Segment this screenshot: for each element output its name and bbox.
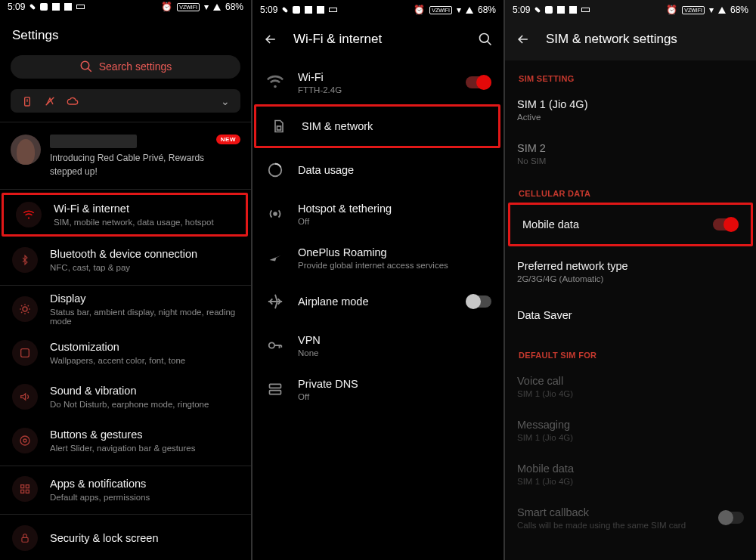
svg-rect-11 (26, 485, 29, 488)
row-title: SIM & network (302, 119, 486, 134)
row-sim1[interactable]: SIM 1 (Jio 4G) Active (505, 88, 756, 131)
wifi-icon (16, 202, 42, 227)
row-wifi[interactable]: Wi-Fi FTTH-2.4G (253, 60, 503, 104)
row-sub: NFC, cast, tap & pay (50, 263, 239, 272)
row-sub: FTTH-2.4G (298, 85, 454, 94)
settings-item-customization[interactable]: Customization Wallpapers, accent color, … (0, 331, 251, 375)
section-sim-setting: SIM SETTING (505, 60, 756, 88)
svg-point-9 (20, 436, 29, 445)
search-icon (79, 60, 93, 73)
svg-line-16 (488, 42, 491, 45)
svg-rect-22 (270, 391, 281, 394)
roaming-icon (265, 247, 286, 268)
vzwifi-badge: VZWIFI (177, 3, 200, 11)
search-placeholder: Search settings (99, 60, 172, 73)
svg-rect-10 (21, 485, 24, 488)
row-data-usage[interactable]: Data usage (253, 148, 503, 192)
settings-item-buttons[interactable]: Buttons & gestures Alert Slider, navigat… (0, 419, 251, 463)
row-private-dns[interactable]: Private DNS Off (253, 367, 503, 411)
svg-point-19 (274, 212, 277, 215)
back-button[interactable] (263, 32, 278, 47)
svg-point-6 (23, 307, 27, 311)
profile-row[interactable]: Introducing Red Cable Privé, Rewards ste… (0, 124, 251, 186)
row-sim-network[interactable]: SIM & network (254, 104, 500, 148)
linkedin-icon (545, 6, 553, 14)
row-mobile-data[interactable]: Mobile data (508, 203, 753, 246)
display-icon (12, 296, 38, 322)
settings-item-sound[interactable]: Sound & vibration Do Not Disturb, earpho… (0, 375, 251, 419)
hotspot-icon (265, 203, 286, 224)
svg-point-0 (81, 62, 89, 70)
phone-1: 5:09 ⏰ VZWIFI ▾ 68% Settings Search sett… (0, 0, 251, 560)
app-icon (557, 6, 565, 14)
airplane-toggle[interactable] (466, 295, 491, 308)
row-vpn[interactable]: VPN None (253, 323, 503, 367)
search-settings[interactable]: Search settings (11, 55, 240, 79)
profile-name-redacted (50, 135, 137, 148)
svg-rect-7 (21, 348, 29, 357)
avatar (11, 135, 41, 165)
settings-item-security[interactable]: Security & lock screen (0, 516, 251, 560)
page-title: Settings (0, 14, 251, 51)
row-default-messaging: Messaging SIM 1 (Jio 4G) (505, 408, 756, 452)
settings-item-apps[interactable]: Apps & notifications Default apps, permi… (0, 467, 251, 511)
row-title: Data usage (298, 163, 491, 178)
search-button[interactable] (478, 32, 493, 47)
row-sim2[interactable]: SIM 2 No SIM (505, 131, 756, 175)
row-sub: Active (517, 113, 744, 122)
status-time: 5:09 (8, 2, 25, 12)
row-title: Voice call (517, 374, 744, 388)
row-title: Security & lock screen (50, 531, 239, 546)
settings-item-bluetooth[interactable]: Bluetooth & device connection NFC, cast,… (0, 238, 251, 282)
new-badge: NEW (216, 135, 240, 144)
row-title: Hotspot & tethering (298, 202, 491, 216)
row-title: Buttons & gestures (50, 428, 239, 442)
row-title: Mobile data (517, 462, 744, 476)
wifi-toggle[interactable] (466, 76, 491, 88)
battery-pct: 68% (730, 5, 748, 15)
settings-item-wifi[interactable]: Wi-Fi & internet SIM, mobile network, da… (2, 193, 248, 237)
phone-2: 5:09 ⏰ VZWIFI ▾ 68% Wi-Fi & internet Wi (251, 0, 503, 560)
back-button[interactable] (516, 32, 531, 47)
row-title: VPN (298, 333, 491, 348)
svg-rect-21 (270, 384, 281, 388)
section-default-sim: DEFAULT SIM FOR (505, 337, 756, 364)
row-title: OnePlus Roaming (298, 246, 491, 260)
settings-item-display[interactable]: Display Status bar, ambient display, nig… (0, 287, 251, 331)
divider (0, 285, 251, 286)
row-sub: Off (298, 392, 491, 401)
row-title: Data Saver (517, 308, 744, 323)
battery-pct: 68% (225, 2, 243, 12)
row-airplane[interactable]: Airplane mode (253, 280, 503, 323)
quick-settings-card[interactable]: ⌄ (11, 89, 240, 113)
row-sub: Alert Slider, navigation bar & gestures (50, 444, 239, 453)
row-sub: Status bar, ambient display, night mode,… (50, 308, 239, 326)
chevron-down-icon: ⌄ (221, 95, 230, 107)
row-title: Private DNS (298, 377, 491, 391)
status-bar: 5:09 ⏰ VZWIFI ▾ 68% (253, 0, 503, 20)
row-title: Airplane mode (298, 295, 454, 309)
laptop-icon (581, 8, 590, 12)
customize-icon (12, 340, 38, 366)
airplane-icon (265, 291, 286, 312)
row-data-saver[interactable]: Data Saver (505, 293, 756, 337)
app-icon (52, 3, 60, 11)
alarm-icon: ⏰ (666, 5, 677, 15)
lock-icon (12, 525, 38, 551)
svg-rect-14 (22, 537, 28, 542)
row-sub: SIM 1 (Jio 4G) (517, 389, 744, 398)
row-preferred-network[interactable]: Preferred network type 2G/3G/4G (Automat… (505, 249, 756, 293)
profile-sub-1: Introducing Red Cable Privé, Rewards (50, 151, 207, 165)
divider (0, 189, 251, 190)
row-hotspot[interactable]: Hotspot & tethering Off (253, 192, 503, 236)
vpn-icon (265, 335, 286, 356)
link-icon (282, 7, 288, 13)
row-sub: None (298, 348, 491, 357)
cloud-icon (67, 95, 79, 107)
header: SIM & network settings (505, 20, 756, 60)
row-title: Smart callback (517, 506, 706, 520)
dns-icon (265, 379, 286, 400)
row-roaming[interactable]: OnePlus Roaming Provide global internet … (253, 236, 503, 280)
mobile-data-toggle[interactable] (713, 218, 739, 230)
row-title: Display (50, 292, 239, 306)
